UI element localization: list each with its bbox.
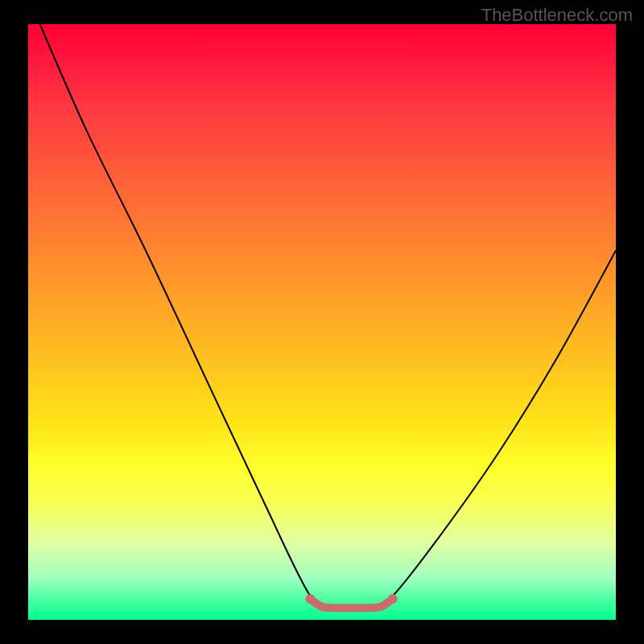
watermark-text: TheBottleneck.com bbox=[481, 5, 633, 26]
optimal-band-dot-right bbox=[388, 594, 398, 604]
chart-svg bbox=[28, 24, 616, 620]
plot-area bbox=[28, 24, 616, 620]
bottleneck-curve-path bbox=[40, 24, 616, 609]
optimal-band-path bbox=[310, 599, 392, 608]
optimal-band-dot-left bbox=[305, 594, 315, 604]
